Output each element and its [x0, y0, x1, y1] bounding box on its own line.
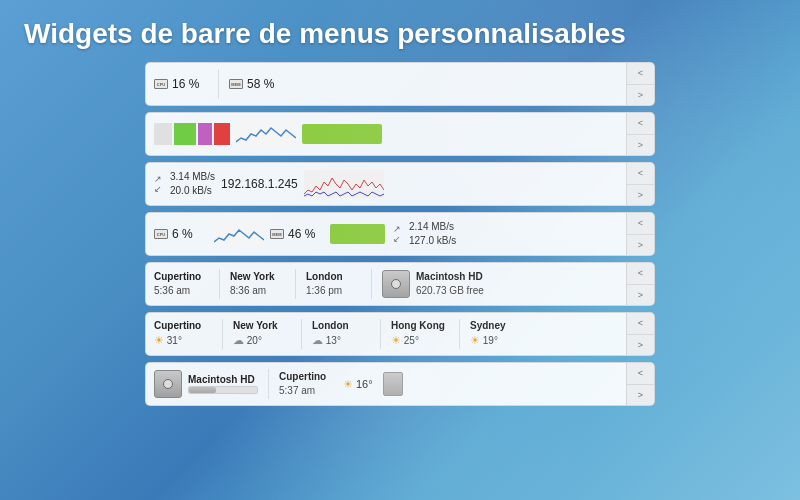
cloud-icon-1: ☁: [233, 334, 244, 346]
sun-icon-0: ☀: [154, 334, 164, 346]
color-block-2: [198, 123, 212, 145]
nav-prev-5[interactable]: <: [627, 263, 654, 285]
nav-next-5[interactable]: >: [627, 285, 654, 306]
nav-4: < >: [626, 213, 654, 255]
cpu-icon-1: CPU: [154, 79, 168, 89]
mem-icon-2: MEM: [270, 229, 284, 239]
nav-3: < >: [626, 163, 654, 205]
arrow-down: ↙: [154, 184, 162, 194]
color-blocks: [154, 123, 230, 145]
nav-next-4[interactable]: >: [627, 235, 654, 256]
widget-content-cpu-mem-net: CPU 6 % MEM 46 % ↗ ↙ 2.14 MB/s 127.0 kB/…: [146, 213, 626, 255]
nav-6: < >: [626, 313, 654, 355]
nav-next-2[interactable]: >: [627, 135, 654, 156]
widget-network: ↗ ↙ 3.14 MB/s 20.0 kB/s 192.168.1.245 < …: [145, 162, 655, 206]
weather-hongkong: Hong Kong ☀ 25°: [391, 319, 449, 348]
sep-w1: [222, 319, 223, 349]
sep-c2: [295, 269, 296, 299]
nav-prev-4[interactable]: <: [627, 213, 654, 235]
mem-group-2: MEM 46 %: [270, 227, 324, 241]
disk-icon: [382, 270, 410, 298]
mem-group: MEM 58 %: [229, 77, 283, 91]
cpu-value-2: 6 %: [172, 227, 208, 241]
sep-dc1: [268, 369, 269, 399]
mem-value-2: 46 %: [288, 227, 324, 241]
nav-prev-6[interactable]: <: [627, 313, 654, 335]
color-block-0: [154, 123, 172, 145]
sep-w2: [301, 319, 302, 349]
combined-temp: 16°: [356, 378, 373, 390]
widget-disk-clock: Macintosh HD Cupertino 5:37 am ☀ 16° < >: [145, 362, 655, 406]
nav-next-6[interactable]: >: [627, 335, 654, 356]
nav-prev-1[interactable]: <: [627, 63, 654, 85]
disk-icon-2: [154, 370, 182, 398]
widget-cpu-mem-1: CPU 16 % MEM 58 % < >: [145, 62, 655, 106]
sep-c3: [371, 269, 372, 299]
cpu-mini-chart: [214, 222, 264, 246]
nav-next-7[interactable]: >: [627, 385, 654, 406]
net-values-2: 2.14 MB/s 127.0 kB/s: [409, 220, 456, 248]
color-block-3: [214, 123, 230, 145]
widget-content-clock-disk: Cupertino 5:36 am New York 8:36 am Londo…: [146, 263, 626, 305]
color-block-1: [174, 123, 196, 145]
nav-1: < >: [626, 63, 654, 105]
weather-cupertino: Cupertino ☀ 31°: [154, 319, 212, 348]
disk-progress-bar: [188, 386, 258, 394]
memory-mini-chart: [236, 120, 296, 148]
nav-prev-3[interactable]: <: [627, 163, 654, 185]
ip-address: 192.168.1.245: [221, 177, 298, 191]
weather-sydney: Sydney ☀ 19°: [470, 319, 528, 348]
nav-prev-7[interactable]: <: [627, 363, 654, 385]
widget-clock-disk: Cupertino 5:36 am New York 8:36 am Londo…: [145, 262, 655, 306]
cpu-group-2: CPU 6 %: [154, 227, 208, 241]
clock-cupertino: Cupertino 5:36 am: [154, 270, 209, 298]
disk-progress-inner: [189, 387, 216, 393]
widgets-container: CPU 16 % MEM 58 % < >: [0, 62, 800, 406]
widget-content-disk-clock: Macintosh HD Cupertino 5:37 am ☀ 16°: [146, 363, 626, 405]
weather-newyork: New York ☁ 20°: [233, 319, 291, 348]
weather-london: London ☁ 13°: [312, 319, 370, 348]
sep-w4: [459, 319, 460, 349]
net-download-2: 127.0 kB/s: [409, 234, 456, 248]
combined-clock: Cupertino 5:37 am: [279, 370, 337, 398]
widget-content-network: ↗ ↙ 3.14 MB/s 20.0 kB/s 192.168.1.245: [146, 163, 626, 205]
green-bar-memory: [302, 124, 382, 144]
widget-weather: Cupertino ☀ 31° New York ☁ 20° London ☁ …: [145, 312, 655, 356]
disk-info: Macintosh HD 620.73 GB free: [416, 270, 484, 298]
net-graph: [304, 170, 384, 198]
cloud-icon-2: ☁: [312, 334, 323, 346]
cpu-icon-2: CPU: [154, 229, 168, 239]
sun-icon-3: ☀: [391, 334, 401, 346]
widget-memory-color: < >: [145, 112, 655, 156]
widget-cpu-mem-net: CPU 6 % MEM 46 % ↗ ↙ 2.14 MB/s 127.0 kB/…: [145, 212, 655, 256]
widget-content-memory-color: [146, 113, 626, 155]
widget-content-weather: Cupertino ☀ 31° New York ☁ 20° London ☁ …: [146, 313, 626, 355]
clock-newyork: New York 8:36 am: [230, 270, 285, 298]
sep-1: [218, 69, 219, 99]
page-title: Widgets de barre de menus personnalisabl…: [0, 0, 800, 62]
sep-c1: [219, 269, 220, 299]
arrow-down-2: ↙: [393, 234, 401, 244]
nav-5: < >: [626, 263, 654, 305]
nav-next-1[interactable]: >: [627, 85, 654, 106]
net-arrows: ↗ ↙: [154, 174, 162, 194]
net-upload-2: 2.14 MB/s: [409, 220, 456, 234]
combined-disk: Macintosh HD: [188, 374, 258, 394]
net-download: 20.0 kB/s: [170, 184, 215, 198]
nav-next-3[interactable]: >: [627, 185, 654, 206]
sun-icon-4: ☀: [470, 334, 480, 346]
green-bar-2: [330, 224, 385, 244]
net-values: 3.14 MB/s 20.0 kB/s: [170, 170, 215, 198]
widget-content-cpu-mem-1: CPU 16 % MEM 58 %: [146, 63, 626, 105]
sun-icon-combined: ☀: [343, 378, 353, 391]
combined-weather: ☀ 16°: [343, 378, 373, 391]
arrow-up: ↗: [154, 174, 162, 184]
small-device-icon: [383, 372, 403, 396]
net-arrows-2: ↗ ↙: [393, 224, 401, 244]
mem-value-1: 58 %: [247, 77, 283, 91]
nav-2: < >: [626, 113, 654, 155]
nav-prev-2[interactable]: <: [627, 113, 654, 135]
arrow-up-2: ↗: [393, 224, 401, 234]
cpu-value-1: 16 %: [172, 77, 208, 91]
net-upload: 3.14 MB/s: [170, 170, 215, 184]
